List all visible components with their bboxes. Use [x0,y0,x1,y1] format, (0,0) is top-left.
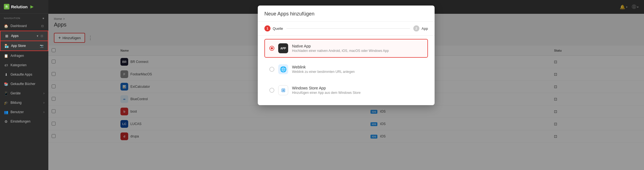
add-app-modal: Neue Apps hinzufügen 1 Quelle 2 App [258,6,435,105]
bildung-icon: 🎓 [4,100,8,105]
einstellungen-icon: ⚙ [4,119,8,124]
bildung-chevron: › [43,101,44,105]
option-subtitle-weblink: Weblink zu einer bestimmten URL anlegen [292,70,355,74]
nav-section-label: NAVIGATION ● [0,14,48,21]
option-icon-windows-store: ⊞ [278,85,288,95]
sidebar-item-label: Einstellungen [10,119,30,123]
app-store-right-icon: 📷 [40,44,44,48]
dashboard-icon: 🏠 [4,24,8,28]
main-content: 🔔 ▾ ⓪ ▾ Home > Apps + Hinzufügen ⋮ [48,0,644,170]
step-1: 1 Quelle [264,25,283,31]
sidebar-item-label: Gekaufte Apps [10,73,32,76]
geraete-chevron: › [43,91,44,95]
option-radio-windows-store [269,88,274,93]
sidebar-item-gekaufte-apps[interactable]: ⬇ Gekaufte Apps [0,70,48,79]
source-options: APP Native App Hochladen einer nativen A… [258,36,435,105]
sidebar-item-label: Bildung [10,101,22,105]
modal-overlay: Neue Apps hinzufügen 1 Quelle 2 App [48,0,644,170]
sidebar-item-label: Apps [11,34,19,38]
option-radio-weblink [269,67,274,72]
apps-right-icon: ⊡ [40,34,44,38]
modal-header: Neue Apps hinzufügen [258,6,435,22]
buecher-icon: 📚 [4,82,8,86]
logo: R Relution ▶ [0,0,48,14]
option-native-app[interactable]: APP Native App Hochladen einer nativen A… [264,39,428,58]
modal-title: Neue Apps hinzufügen [264,11,428,17]
sidebar-item-label: App Store [11,44,26,48]
gekaufte-apps-icon: ⬇ [4,72,8,77]
benutzer-icon: 👥 [4,110,8,114]
option-subtitle-windows-store: Hinzufügen einer App aus dem Windows Sto… [292,91,361,95]
option-windows-store[interactable]: ⊞ Windows Store App Hinzufügen einer App… [264,81,428,100]
sidebar-item-anfragen[interactable]: 📋 Anfragen [0,51,48,60]
sidebar-item-einstellungen[interactable]: ⚙ Einstellungen [0,117,48,126]
kategorien-icon: 🏷 [4,63,8,67]
sidebar-item-label: Anfragen [10,54,24,58]
sidebar-item-label: Benutzer [10,110,24,114]
option-subtitle-native-app: Hochladen einer nativen Android, iOS, ma… [292,49,389,53]
sidebar-item-gekaufte-buecher[interactable]: 📚 Gekaufte Bücher [0,79,48,89]
option-title-windows-store: Windows Store App [292,86,361,90]
sidebar-item-benutzer[interactable]: 👥 Benutzer › [0,107,48,117]
option-text-native-app: Native App Hochladen einer nativen Andro… [292,44,389,53]
geraete-icon: 📱 [4,91,8,95]
option-title-native-app: Native App [292,44,389,48]
sidebar-item-label: Geräte [10,91,21,95]
sidebar-item-app-store[interactable]: 🏪 App Store 📷 [0,41,48,51]
sidebar-item-dashboard[interactable]: 🏠 Dashboard ⊡ [0,21,48,31]
benutzer-chevron: › [43,110,44,114]
option-title-weblink: Weblink [292,65,355,69]
anfragen-icon: 📋 [4,54,8,58]
sidebar-item-geraete[interactable]: 📱 Geräte › [0,89,48,98]
logo-badge: ▶ [30,4,33,9]
apps-chevron: ▾ [37,34,38,38]
step-1-label: Quelle [273,26,283,31]
sidebar: R Relution ▶ NAVIGATION ● 🏠 Dashboard ⊡ … [0,0,48,170]
step-1-circle: 1 [264,25,270,31]
modal-steps: 1 Quelle 2 App [258,22,435,36]
apps-icon: ⊞ [4,34,9,38]
option-weblink[interactable]: 🌐 Weblink Weblink zu einer bestimmten UR… [264,60,428,79]
step-2: 2 App [413,25,428,31]
sidebar-item-label: Kategorien [10,63,27,67]
step-2-circle: 2 [413,25,419,31]
dashboard-right-icon: ⊡ [40,24,44,28]
option-icon-weblink: 🌐 [278,64,288,74]
sidebar-item-label: Gekaufte Bücher [10,82,35,86]
app-name: Relution [11,4,28,9]
sidebar-item-bildung[interactable]: 🎓 Bildung › [0,98,48,107]
step-line [286,28,410,29]
app-store-icon: 🏪 [4,44,9,48]
sidebar-item-kategorien[interactable]: 🏷 Kategorien [0,60,48,70]
step-2-label: App [422,26,428,31]
sidebar-item-apps[interactable]: ⊞ Apps ▾ ⊡ [0,31,48,41]
option-icon-native-app: APP [278,43,288,53]
option-text-windows-store: Windows Store App Hinzufügen einer App a… [292,86,361,95]
option-radio-native-app [269,46,274,51]
logo-icon: R [4,4,9,9]
option-text-weblink: Weblink Weblink zu einer bestimmten URL … [292,65,355,74]
sidebar-item-label: Dashboard [10,24,27,28]
